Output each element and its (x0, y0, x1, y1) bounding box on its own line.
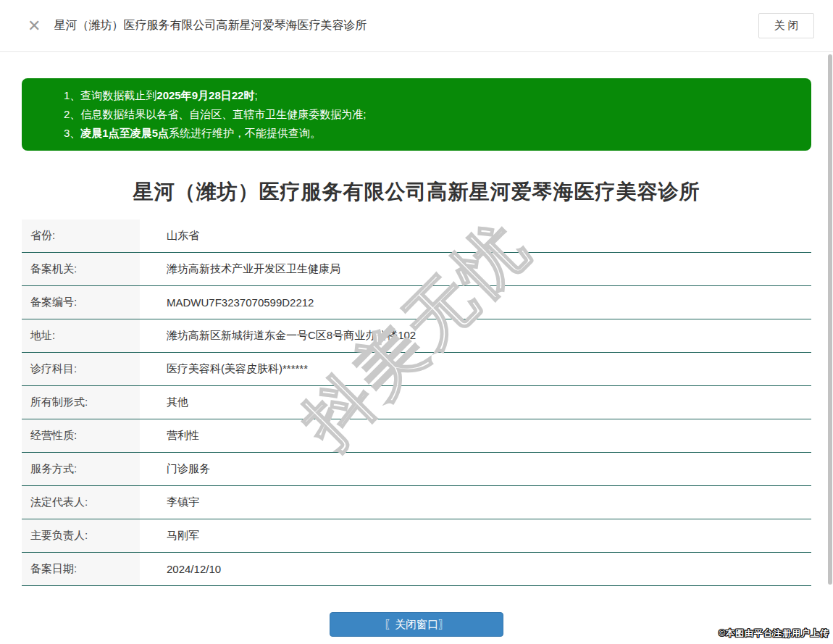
notice-bold-text: 凌晨1点至凌晨5点 (80, 127, 169, 139)
row-label: 备案日期: (22, 553, 140, 585)
table-row-province: 省份: 山东省 (22, 219, 811, 253)
page-title: 星河（潍坊）医疗服务有限公司高新星河爱琴海医疗美容诊所 (54, 18, 758, 33)
copyright-note: ©本图由平台注册用户上传 (719, 627, 829, 640)
row-label: 诊疗科目: (22, 353, 140, 385)
row-value: MADWU7F3237070599D2212 (140, 286, 811, 319)
table-row-filing-date: 备案日期: 2024/12/10 (22, 553, 811, 586)
row-value: 马刚军 (140, 519, 811, 552)
row-value: 门诊服务 (140, 453, 811, 485)
table-row-filing-number: 备案编号: MADWU7F3237070599D2212 (22, 286, 811, 319)
notice-text: 2、信息数据结果以各省、自治区、直辖市卫生健康委数据为准; (64, 108, 367, 120)
row-value: 医疗美容科(美容皮肤科)****** (140, 353, 811, 385)
table-row-clinical-subjects: 诊疗科目: 医疗美容科(美容皮肤科)****** (22, 353, 811, 386)
row-label: 省份: (22, 219, 140, 252)
scrollbar[interactable] (828, 54, 832, 585)
notice-line: 1、查询数据截止到2025年9月28日22时; (64, 86, 797, 105)
notice-bold-text: 2025年9月28日22时 (156, 89, 254, 101)
row-value: 其他 (140, 386, 811, 419)
row-value: 李镇宇 (140, 486, 811, 519)
row-label: 法定代表人: (22, 486, 140, 519)
close-button[interactable]: 关 闭 (758, 13, 814, 38)
row-label: 主要负责人: (22, 519, 140, 552)
row-value: 潍坊高新区新城街道东金一号C区8号商业办公楼102 (140, 319, 811, 352)
table-row-address: 地址: 潍坊高新区新城街道东金一号C区8号商业办公楼102 (22, 319, 811, 353)
button-row: 〖关闭窗口〗 (22, 612, 811, 637)
table-row-business-nature: 经营性质: 营利性 (22, 419, 811, 453)
row-label: 地址: (22, 319, 140, 352)
row-label: 所有制形式: (22, 386, 140, 419)
topbar: ✕ 星河（潍坊）医疗服务有限公司高新星河爱琴海医疗美容诊所 关 闭 (0, 0, 833, 52)
table-row-principal: 主要负责人: 马刚军 (22, 519, 811, 553)
content: 1、查询数据截止到2025年9月28日22时; 2、信息数据结果以各省、自治区、… (0, 78, 833, 637)
close-window-button[interactable]: 〖关闭窗口〗 (330, 612, 503, 637)
notice-line: 3、凌晨1点至凌晨5点系统进行维护，不能提供查询。 (64, 124, 797, 143)
notice-text: 系统进行维护，不能提供查询。 (169, 127, 321, 139)
notice-text: ; (254, 89, 257, 101)
institution-title: 星河（潍坊）医疗服务有限公司高新星河爱琴海医疗美容诊所 (22, 178, 811, 206)
table-row-service-mode: 服务方式: 门诊服务 (22, 453, 811, 486)
table-row-filing-authority: 备案机关: 潍坊高新技术产业开发区卫生健康局 (22, 253, 811, 286)
notice-line: 2、信息数据结果以各省、自治区、直辖市卫生健康委数据为准; (64, 105, 797, 124)
notice-box: 1、查询数据截止到2025年9月28日22时; 2、信息数据结果以各省、自治区、… (22, 78, 811, 151)
row-label: 备案编号: (22, 286, 140, 319)
row-label: 备案机关: (22, 253, 140, 285)
table-row-ownership-type: 所有制形式: 其他 (22, 386, 811, 419)
row-value: 潍坊高新技术产业开发区卫生健康局 (140, 253, 811, 285)
row-label: 服务方式: (22, 453, 140, 485)
info-table: 省份: 山东省 备案机关: 潍坊高新技术产业开发区卫生健康局 备案编号: MAD… (22, 219, 811, 586)
notice-text: 1、查询数据截止到 (64, 89, 156, 101)
table-row-legal-representative: 法定代表人: 李镇宇 (22, 486, 811, 519)
close-icon[interactable]: ✕ (28, 18, 41, 34)
row-label: 经营性质: (22, 419, 140, 452)
row-value: 营利性 (140, 419, 811, 452)
row-value: 2024/12/10 (140, 553, 811, 585)
row-value: 山东省 (140, 219, 811, 252)
notice-text: 3、 (64, 127, 80, 139)
